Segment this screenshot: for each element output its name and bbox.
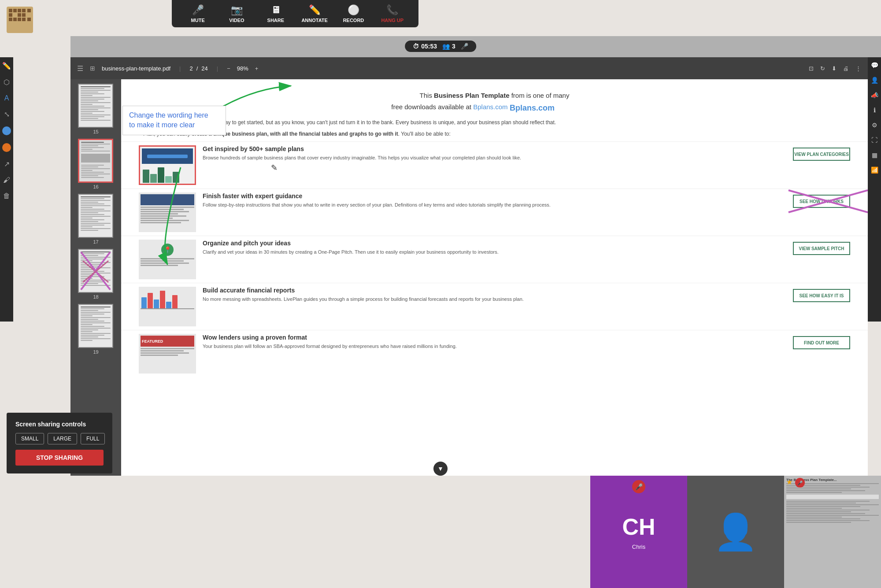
share-button[interactable]: 🖥 SHARE (260, 4, 291, 23)
thumb-page-19[interactable]: 19 (78, 304, 114, 355)
video-panel-person2: 👤 (687, 476, 784, 588)
mute-icon: 🎤 (192, 4, 204, 16)
fit-page-icon[interactable]: ⊡ (809, 65, 814, 72)
svg-rect-5 (18, 13, 21, 17)
gear-icon[interactable]: ⚙ (872, 122, 877, 129)
pdf-right-icons: ⊡ ↻ ⬇ 🖨 ⋮ (809, 65, 861, 72)
megaphone-icon[interactable]: 📣 (871, 92, 878, 99)
feature-text-1: Get inspired by 500+ sample plans Browse… (203, 145, 786, 161)
annotation-line2: to make it more clear (129, 121, 195, 129)
pdf-menu-icon[interactable]: ☰ (77, 64, 83, 73)
share-icon: 🖥 (271, 4, 281, 16)
small-size-button[interactable]: SMALL (15, 433, 44, 444)
screen-sharing-title: Screen sharing controls (15, 421, 104, 428)
video-panel-chris: 🎤 CH Chris (590, 476, 687, 588)
svg-rect-8 (18, 18, 21, 21)
full-size-button[interactable]: FULL (81, 433, 105, 444)
stop-sharing-button[interactable]: STOP SHARING (15, 450, 104, 466)
person-icon[interactable]: 👤 (871, 77, 878, 84)
fullscreen-icon[interactable]: ⛶ (871, 137, 877, 144)
annotate-button[interactable]: ✏️ ANNOTATE (299, 4, 330, 23)
hangup-button[interactable]: 📞 HANG UP (377, 4, 408, 23)
video-button[interactable]: 📷 VIDEO (221, 4, 252, 23)
svg-rect-7 (13, 18, 17, 21)
thumb-page-16[interactable]: 16 (78, 139, 114, 189)
zoom-display: 98% (237, 65, 248, 72)
feature-organize: 📍 Organize and pitch your ideas Clarify … (121, 236, 868, 283)
annotation-text-box: Change the wording here to make it more … (122, 106, 226, 135)
see-how-works-btn[interactable]: SEE HOW IT WORKS (793, 195, 850, 208)
feature-wow-lenders: FEATURED Wow lenders using a proven form… (121, 330, 868, 377)
download-icon[interactable]: ⬇ (832, 65, 837, 72)
svg-rect-13 (27, 18, 31, 21)
svg-rect-12 (22, 18, 26, 21)
pdf-heading: This Business Plan Template from is one … (121, 79, 868, 118)
svg-rect-9 (22, 9, 26, 12)
feature-finish-faster: Finish faster with expert guidance Follo… (121, 189, 868, 236)
svg-rect-10 (27, 9, 31, 12)
feature-thumb-5: FEATURED (139, 334, 196, 374)
find-out-more-btn[interactable]: FIND OUT MORE (793, 336, 850, 349)
resize-icon[interactable]: ⤡ (4, 110, 10, 118)
thumb-page-15[interactable]: 15 (78, 84, 114, 134)
left-sidebar: ✏️ ⬡ A ⤡ ↗ 🖌 🗑 (0, 57, 13, 322)
rotate-icon[interactable]: ↻ (820, 65, 825, 72)
person3-screen-content: The Business Plan Template... (784, 476, 881, 588)
print-icon[interactable]: 🖨 (843, 65, 849, 72)
mute-button[interactable]: 🎤 MUTE (182, 4, 213, 23)
view-plan-categories-btn[interactable]: VIEW PLAN CATEGORIES (793, 148, 850, 161)
pdf-filename: business-plan-template.pdf (102, 65, 170, 72)
thumb-page-17[interactable]: 17 (78, 194, 114, 244)
timer-display: ⏱ 05:53 (413, 43, 437, 50)
cube-icon[interactable]: ⬡ (4, 78, 10, 86)
top-toolbar: 🎤 MUTE 📷 VIDEO 🖥 SHARE ✏️ ANNOTATE ⚪ REC… (172, 0, 418, 27)
feature-inspired: Get inspired by 500+ sample plans Browse… (121, 141, 868, 189)
more-icon[interactable]: ⋮ (855, 65, 861, 72)
view-sample-pitch-btn[interactable]: VIEW SAMPLE PITCH (793, 242, 850, 255)
chris-initials: CH (622, 514, 655, 540)
zoom-in-btn[interactable]: + (255, 65, 259, 72)
orange-color-icon[interactable] (2, 143, 11, 152)
annotation-line1: Change the wording here (129, 111, 208, 119)
feature-text-4: Build accurate financial reports No more… (203, 287, 786, 303)
wifi-icon[interactable]: 📶 (871, 166, 878, 174)
screen-sharing-panel: Screen sharing controls SMALL LARGE FULL… (7, 413, 112, 473)
large-size-button[interactable]: LARGE (48, 433, 77, 444)
person3-mute-indicator: 🎤 (795, 478, 805, 488)
bplans-link[interactable]: Bplans.com (473, 103, 507, 111)
feature-thumb-2 (139, 192, 196, 232)
arrow-tool-icon[interactable]: ↗ (4, 160, 10, 168)
text-tool-icon[interactable]: A (4, 94, 9, 102)
svg-rect-2 (13, 9, 17, 12)
pdf-thumbnail-toggle[interactable]: ⊞ (90, 65, 95, 72)
svg-rect-1 (9, 9, 12, 12)
app-logo (7, 7, 33, 33)
status-bar: ⏱ 05:53 👥 3 🎤 (405, 41, 476, 52)
info-icon[interactable]: ℹ (874, 107, 876, 114)
hangup-icon: 📞 (386, 4, 398, 16)
color-picker-icon[interactable] (2, 126, 11, 135)
feature-text-3: Organize and pitch your ideas Clarify an… (203, 240, 786, 255)
brush-icon[interactable]: 🖌 (3, 176, 10, 184)
record-button[interactable]: ⚪ RECORD (338, 4, 369, 23)
feature-thumb-4 (139, 287, 196, 326)
person2-video: 👤 (687, 476, 784, 588)
trash-icon[interactable]: 🗑 (3, 192, 10, 200)
chris-mute-indicator: 🎤 (632, 480, 645, 493)
see-how-easy-btn[interactable]: SEE HOW EASY IT IS (793, 289, 850, 302)
svg-rect-4 (9, 13, 12, 17)
thumb-page-18[interactable]: 18 (78, 249, 114, 300)
participants-count: 👥 3 (442, 43, 455, 50)
chris-name: Chris (632, 544, 645, 550)
zoom-out-btn[interactable]: − (227, 65, 230, 72)
feature-financial: Build accurate financial reports No more… (121, 283, 868, 330)
chat-icon[interactable]: 💬 (871, 62, 878, 69)
pencil-annotation-mark: ✎ (271, 163, 278, 173)
pencil-tool-icon[interactable]: ✏️ (2, 62, 11, 70)
grid-icon[interactable]: ▦ (872, 152, 877, 159)
svg-text:Bplans.com: Bplans.com (510, 104, 555, 112)
video-panels: 🎤 CH Chris 👤 ★ 🎤 The Business Plan Templ… (0, 476, 881, 588)
feature-thumb-1 (139, 145, 196, 185)
video-icon: 📷 (231, 4, 243, 16)
bottom-chevron-btn[interactable]: ▼ (433, 462, 448, 476)
